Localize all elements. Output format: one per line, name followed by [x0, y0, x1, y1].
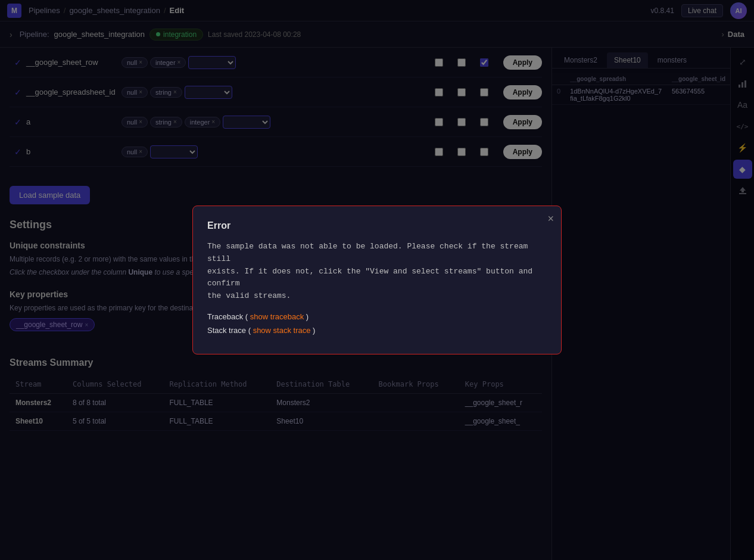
traceback-label: Traceback: [207, 312, 243, 321]
show-traceback-link[interactable]: show traceback: [250, 312, 304, 321]
modal-body: The sample data was not able to be loade…: [207, 241, 547, 303]
stack-trace-paren-open: (: [248, 326, 251, 335]
traceback-paren-open: (: [245, 312, 248, 321]
show-stack-trace-link[interactable]: show stack trace: [253, 326, 311, 335]
modal-close-button[interactable]: ×: [547, 213, 554, 224]
modal-overlay[interactable]: × Error The sample data was not able to …: [0, 0, 754, 560]
stack-trace-paren-close: ): [313, 326, 315, 335]
stack-trace-section: Stack trace ( show stack trace ): [207, 326, 547, 335]
error-modal: × Error The sample data was not able to …: [192, 206, 562, 354]
traceback-paren-close: ): [306, 312, 309, 321]
traceback-section: Traceback ( show traceback ): [207, 312, 547, 321]
modal-title: Error: [207, 220, 547, 231]
stack-trace-label: Stack trace: [207, 326, 246, 335]
